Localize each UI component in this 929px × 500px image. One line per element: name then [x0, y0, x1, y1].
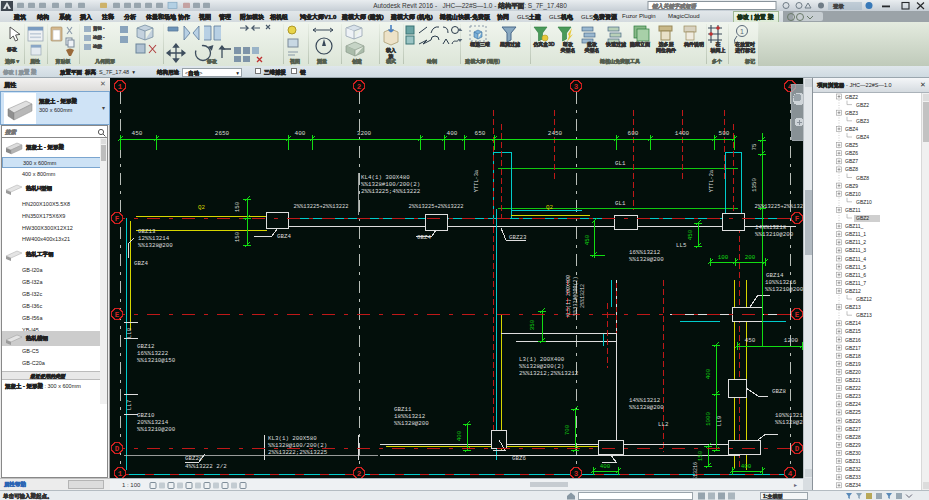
svg-text:450: 450	[687, 229, 694, 240]
svg-text:400: 400	[295, 130, 306, 137]
svg-text:150: 150	[234, 201, 241, 212]
svg-text:GBZ4: GBZ4	[417, 234, 431, 241]
svg-text:600: 600	[628, 130, 639, 137]
svg-text:2: 2	[357, 83, 362, 91]
svg-text:2%%13222;2%%13225: 2%%13222;2%%13225	[268, 449, 328, 456]
svg-text:12%%13214: 12%%13214	[138, 235, 170, 242]
svg-text:GL1: GL1	[615, 200, 626, 207]
svg-text:200: 200	[745, 254, 756, 261]
svg-text:450: 450	[745, 337, 756, 344]
svg-text:GBZ4: GBZ4	[134, 260, 148, 267]
svg-text:1: 1	[118, 470, 123, 478]
svg-text:4: 4	[788, 470, 793, 478]
svg-text:1: 1	[118, 83, 123, 91]
svg-text:4%%13222 2/2: 4%%13222 2/2	[185, 463, 227, 470]
svg-text:KL5(1) 200X400: KL5(1) 200X400	[566, 275, 572, 317]
svg-text:F: F	[115, 215, 120, 223]
svg-text:%%13210@200: %%13210@200	[765, 286, 803, 293]
svg-text:%%1328@100/200(2): %%1328@100/200(2)	[268, 442, 327, 449]
svg-text:1400: 1400	[675, 130, 690, 137]
svg-text:GBZ13: GBZ13	[138, 228, 156, 235]
svg-text:1200: 1200	[784, 337, 799, 344]
svg-text:400: 400	[456, 430, 463, 441]
svg-text:%%1328#100/200(2): %%1328#100/200(2)	[361, 181, 420, 188]
svg-text:400: 400	[600, 463, 611, 470]
svg-text:E: E	[795, 311, 800, 319]
svg-text:14%%13212: 14%%13212	[629, 397, 661, 404]
svg-text:GBZ28: GBZ28	[185, 455, 203, 462]
svg-text:100: 100	[718, 254, 729, 261]
svg-text:GBZ6: GBZ6	[512, 455, 526, 462]
svg-text:%%1328@200(2): %%1328@200(2)	[519, 363, 564, 370]
svg-text:%%1328@200(2): %%1328@200(2)	[573, 276, 579, 315]
svg-text:450: 450	[132, 130, 143, 137]
svg-text:150: 150	[234, 231, 241, 242]
svg-text:%%13210@200: %%13210@200	[137, 426, 176, 433]
svg-text:GL1: GL1	[615, 160, 626, 167]
svg-text:GBZ14: GBZ14	[766, 272, 784, 279]
svg-text:16%%13212: 16%%13212	[629, 249, 661, 256]
svg-text:%%13210@150: %%13210@150	[137, 357, 176, 364]
svg-text:20%%13214: 20%%13214	[137, 419, 169, 426]
svg-text:2%%13225+2%%13222: 2%%13225+2%%13222	[294, 204, 349, 210]
svg-text:LL2: LL2	[658, 421, 669, 428]
svg-text:1350: 1350	[751, 178, 758, 192]
svg-text:3: 3	[574, 83, 579, 91]
svg-text:GBZ10: GBZ10	[137, 412, 155, 419]
svg-text:GBZ8: GBZ8	[772, 388, 786, 395]
svg-text:D: D	[115, 445, 120, 453]
svg-text:YTTL-3a: YTTL-3a	[474, 169, 480, 192]
svg-text:KL3(1) 200X580: KL3(1) 200X580	[268, 435, 317, 442]
svg-text:GBZ23: GBZ23	[509, 234, 527, 241]
svg-text:GBZ11: GBZ11	[394, 406, 412, 413]
svg-text:2450: 2450	[548, 130, 563, 137]
svg-text:75: 75	[751, 143, 758, 150]
svg-text:2%%13212;2%%13212: 2%%13212;2%%13212	[519, 370, 579, 377]
svg-text:10%%13216: 10%%13216	[765, 279, 797, 286]
svg-text:18%%13212: 18%%13212	[394, 413, 426, 420]
svg-text:400: 400	[741, 463, 752, 470]
svg-text:F: F	[795, 215, 800, 223]
svg-text:700: 700	[564, 424, 571, 435]
svg-text:2%%13225+2%%13222: 2%%13225+2%%13222	[755, 204, 804, 210]
svg-text:%%1328@200: %%1328@200	[775, 419, 803, 426]
svg-text:YTTL-2a: YTTL-2a	[709, 169, 715, 192]
svg-text:%%13210@200: %%13210@200	[755, 231, 794, 238]
svg-text:3200: 3200	[357, 130, 372, 137]
svg-text:L3(1) 200X400: L3(1) 200X400	[519, 356, 565, 363]
svg-text:%%1328@200: %%1328@200	[394, 420, 429, 427]
svg-text:Q2: Q2	[198, 204, 205, 211]
svg-text:3: 3	[574, 470, 579, 478]
svg-text:LL8: LL8	[126, 327, 133, 338]
svg-text:1000: 1000	[705, 412, 712, 426]
svg-text:400: 400	[705, 368, 712, 379]
svg-text:KL4(1) 300X480: KL4(1) 300X480	[361, 174, 410, 181]
svg-text:350: 350	[529, 319, 536, 330]
svg-text:450: 450	[584, 234, 591, 245]
svg-text:GBZ12: GBZ12	[137, 343, 155, 350]
svg-text:%%1328@200: %%1328@200	[629, 256, 664, 263]
svg-text:500: 500	[719, 130, 730, 137]
svg-text:2: 2	[357, 470, 362, 478]
svg-text:2650: 2650	[215, 130, 230, 137]
svg-text:1: 1	[740, 28, 744, 35]
svg-text:LL5: LL5	[676, 242, 687, 249]
svg-text:10%%13212: 10%%13212	[775, 412, 803, 419]
svg-text:2%%13225;4%%13222: 2%%13225;4%%13222	[361, 188, 421, 195]
svg-text:GBZ4: GBZ4	[277, 233, 291, 240]
svg-text:D: D	[795, 445, 800, 453]
svg-text:LL9: LL9	[716, 415, 723, 426]
svg-text:2%%13212: 2%%13212	[580, 284, 586, 308]
svg-text:16%%13222: 16%%13222	[137, 350, 169, 357]
svg-text:LL7: LL7	[126, 399, 133, 410]
svg-text:400: 400	[447, 130, 458, 137]
svg-text:650: 650	[475, 130, 486, 137]
svg-text:2%%13225+2%%13222: 2%%13225+2%%13222	[409, 204, 464, 210]
svg-text:%%1328@200: %%1328@200	[629, 404, 664, 411]
svg-text:E: E	[115, 311, 120, 319]
svg-text:4%%13216: 4%%13216	[693, 462, 699, 478]
svg-text:150: 150	[697, 450, 704, 461]
svg-text:%%1328@200: %%1328@200	[138, 242, 173, 249]
svg-text:14%%13218: 14%%13218	[755, 224, 787, 231]
